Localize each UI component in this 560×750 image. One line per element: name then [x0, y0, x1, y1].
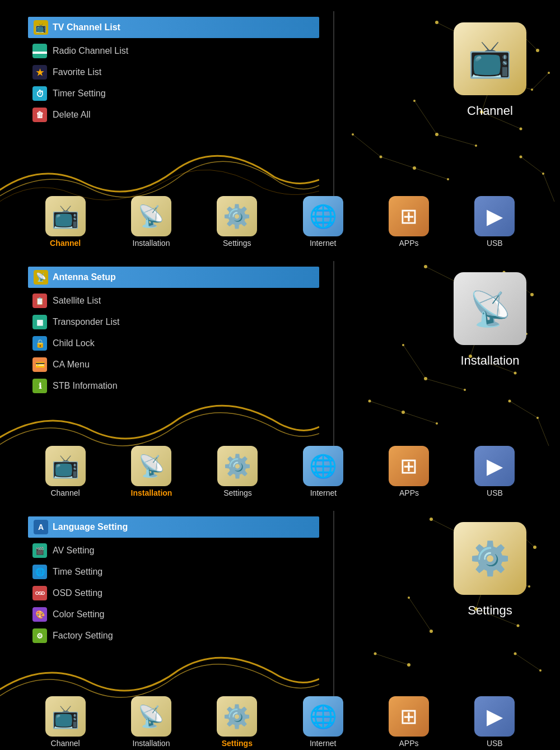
list-item[interactable]: 🌐 Time Setting: [28, 561, 319, 583]
list-item[interactable]: ★ Favorite List: [28, 62, 319, 83]
nav3-usb[interactable]: ▶ USB: [474, 696, 515, 748]
list-item[interactable]: OSD OSD Setting: [28, 583, 319, 604]
nav-channel-label: Channel: [50, 239, 81, 248]
nav2-apps-icon-box: ⊞: [389, 446, 429, 486]
list-item[interactable]: 💳 CA Menu: [28, 354, 319, 375]
divider: [333, 11, 334, 213]
svg-point-24: [413, 100, 416, 102]
list-item[interactable]: ⚙ Factory Setting: [28, 625, 319, 646]
child-lock-icon: 🔒: [32, 336, 47, 351]
nav-installation-satellite-icon: 📡: [138, 204, 164, 229]
nav3-apps-label: APPs: [399, 739, 418, 748]
settings-menu-header[interactable]: A Language Setting: [28, 516, 319, 538]
svg-line-42: [370, 401, 403, 412]
nav-usb[interactable]: ▶ USB: [474, 196, 515, 248]
nav-usb-icon-box: ▶: [474, 196, 515, 236]
svg-line-13: [521, 157, 543, 174]
list-item[interactable]: 🎬 AV Setting: [28, 540, 319, 561]
list-item[interactable]: 🎨 Color Setting: [28, 604, 319, 625]
list-item[interactable]: ℹ STB Information: [28, 375, 319, 397]
svg-line-70: [375, 654, 409, 665]
nav-installation[interactable]: 📡 Installation: [131, 196, 171, 248]
nav-usb-play-icon: ▶: [487, 204, 503, 229]
list-item[interactable]: ⏱ Timer Setting: [28, 83, 319, 104]
channel-menu-items: ▬▬ Radio Channel List ★ Favorite List ⏱ …: [28, 40, 319, 125]
svg-point-61: [536, 417, 539, 419]
nav2-usb[interactable]: ▶ USB: [474, 446, 515, 497]
list-item[interactable]: ▦ Transponder List: [28, 311, 319, 333]
nav-installation-icon-box: 📡: [131, 196, 171, 236]
nav2-channel-icon-box: 📺: [45, 446, 86, 486]
svg-point-53: [514, 372, 517, 375]
nav2-apps[interactable]: ⊞ APPs: [389, 446, 429, 497]
nav3-installation[interactable]: 📡 Installation: [131, 696, 171, 748]
installation-menu-header[interactable]: 📡 Antenna Setup: [28, 267, 319, 288]
installation-header-icon: 📡: [34, 270, 48, 285]
osd-setting-icon: OSD: [32, 586, 47, 600]
installation-panel: 📡 Antenna Setup 📋 Satellite List ▦ Trans…: [0, 250, 560, 500]
nav3-channel-label: Channel: [51, 739, 80, 748]
nav-apps[interactable]: ⊞ APPs: [389, 196, 429, 248]
channel-right-label: Channel: [467, 104, 513, 118]
nav-apps-label: APPs: [399, 239, 418, 248]
factory-setting-icon: ⚙: [32, 628, 47, 643]
list-item[interactable]: 🔒 Child Lock: [28, 333, 319, 354]
installation-menu-items: 📋 Satellite List ▦ Transponder List 🔒 Ch…: [28, 290, 319, 397]
channel-panel: 📺 TV Channel List ▬▬ Radio Channel List …: [0, 0, 560, 250]
channel-nav-bar: 📺 Channel 📡 Installation ⚙️ Settings 🌐 I…: [0, 194, 560, 250]
nav-channel[interactable]: 📺 Channel: [45, 196, 86, 248]
nav2-channel[interactable]: 📺 Channel: [45, 446, 86, 497]
svg-line-12: [353, 134, 381, 157]
settings-main-icon: ⚙️: [454, 522, 526, 595]
nav3-usb-play-icon: ▶: [487, 704, 503, 729]
settings-header-label: Language Setting: [53, 522, 128, 532]
nav3-channel-tv-icon: 📺: [52, 704, 80, 730]
svg-point-25: [435, 133, 438, 136]
settings-right-label: Settings: [468, 603, 512, 618]
svg-point-58: [402, 411, 405, 414]
list-item[interactable]: 📋 Satellite List: [28, 290, 319, 311]
nav3-internet[interactable]: 🌐 Internet: [303, 696, 343, 748]
nav-internet[interactable]: 🌐 Internet: [303, 196, 343, 248]
channel-tv-icon: 📺: [468, 38, 512, 80]
settings-menu-items: 🎬 AV Setting 🌐 Time Setting OSD OSD Sett…: [28, 540, 319, 646]
svg-point-59: [436, 422, 438, 425]
svg-point-29: [447, 178, 449, 180]
nav-settings-gear-icon: ⚙️: [223, 203, 251, 230]
nav2-internet[interactable]: 🌐 Internet: [303, 446, 343, 497]
nav3-settings[interactable]: ⚙️ Settings: [217, 696, 257, 748]
svg-line-44: [510, 401, 538, 418]
nav-internet-icon-box: 🌐: [303, 196, 343, 236]
svg-point-54: [402, 344, 404, 346]
list-item[interactable]: ▬▬ Radio Channel List: [28, 40, 319, 62]
av-setting-label: AV Setting: [53, 546, 94, 556]
channel-header-icon: 📺: [34, 20, 48, 35]
nav2-settings[interactable]: ⚙️ Settings: [217, 446, 258, 497]
svg-line-10: [381, 157, 414, 168]
svg-point-20: [531, 88, 533, 91]
channel-menu-header[interactable]: 📺 TV Channel List: [28, 17, 319, 38]
nav2-installation[interactable]: 📡 Installation: [131, 446, 172, 497]
factory-setting-label: Factory Setting: [53, 631, 113, 641]
nav2-internet-icon-box: 🌐: [303, 446, 343, 486]
nav-usb-label: USB: [487, 239, 503, 248]
nav3-settings-gear-icon: ⚙️: [223, 704, 251, 730]
settings-menu: A Language Setting 🎬 AV Setting 🌐 Time S…: [28, 516, 319, 646]
nav3-channel[interactable]: 📺 Channel: [45, 696, 86, 748]
transponder-list-icon: ▦: [32, 315, 47, 329]
nav-settings[interactable]: ⚙️ Settings: [217, 196, 257, 248]
nav2-installation-icon-box: 📡: [131, 446, 171, 486]
settings-header-icon: A: [34, 520, 48, 534]
list-item[interactable]: 🗑 Delete All: [28, 104, 319, 125]
svg-line-9: [437, 134, 476, 146]
installation-right-label: Installation: [460, 353, 519, 368]
nav3-internet-label: Internet: [310, 739, 336, 748]
nav3-apps[interactable]: ⊞ APPs: [389, 696, 429, 748]
settings-panel: A Language Setting 🎬 AV Setting 🌐 Time S…: [0, 500, 560, 750]
satellite-list-label: Satellite List: [53, 296, 101, 306]
nav2-apps-label: APPs: [399, 488, 419, 497]
nav3-settings-icon-box: ⚙️: [217, 696, 257, 737]
nav-apps-icon-box: ⊞: [389, 196, 429, 236]
favorite-list-label: Favorite List: [53, 67, 101, 77]
nav3-apps-icon-box: ⊞: [389, 696, 429, 737]
